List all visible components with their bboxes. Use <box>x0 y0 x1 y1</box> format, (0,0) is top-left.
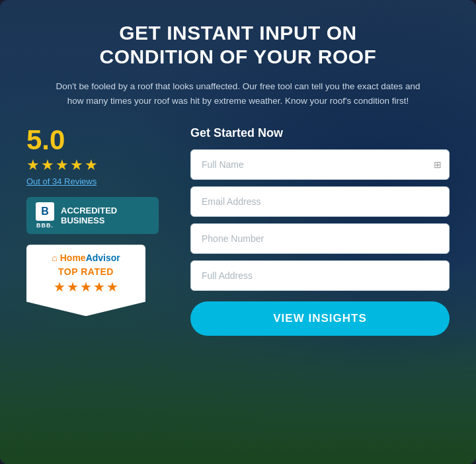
ha-star-2: ★ <box>67 279 79 295</box>
ha-star-3: ★ <box>80 279 92 295</box>
bbb-badge: B BBB. ACCREDITED BUSINESS <box>26 197 159 234</box>
ha-stars: ★ ★ ★ ★ ★ <box>54 279 118 295</box>
address-input[interactable] <box>190 260 450 291</box>
subtext: Don't be fooled by a roof that looks una… <box>53 79 423 108</box>
stars-row: ★ ★ ★ ★ ★ <box>26 157 98 174</box>
rating-score: 5.0 <box>26 126 65 154</box>
bbb-symbol: B <box>36 202 54 221</box>
rating-block: 5.0 ★ ★ ★ ★ ★ Out of 34 Reviews <box>26 126 98 186</box>
left-column: 5.0 ★ ★ ★ ★ ★ Out of 34 Reviews B BBB. <box>26 126 172 316</box>
phone-wrapper <box>190 223 450 254</box>
full-name-wrapper: ⊞ <box>190 149 450 180</box>
ha-star-4: ★ <box>93 279 105 295</box>
bbb-label: ACCREDITED BUSINESS <box>61 206 117 226</box>
email-wrapper <box>190 186 450 217</box>
star-2: ★ <box>41 157 54 174</box>
phone-input[interactable] <box>190 223 450 254</box>
full-name-input[interactable] <box>190 149 450 180</box>
address-wrapper <box>190 260 450 291</box>
ha-star-1: ★ <box>54 279 65 295</box>
homeadvisor-badge: ⌂ HomeAdvisor TOP RATED ★ ★ ★ ★ ★ <box>26 245 145 316</box>
headline: GET INSTANT INPUT ON CONDITION OF YOUR R… <box>26 21 450 69</box>
name-icon: ⊞ <box>434 159 442 170</box>
address-group <box>190 260 450 291</box>
star-3: ★ <box>56 157 69 174</box>
full-name-group: ⊞ <box>190 149 450 180</box>
bbb-logo: B BBB. <box>36 202 54 229</box>
star-4: ★ <box>70 157 83 174</box>
ha-home-icon: ⌂ <box>52 252 57 263</box>
form-section: Get Started Now ⊞ <box>190 126 450 336</box>
bbb-dots: BBB. <box>36 222 54 229</box>
ha-home-label: HomeAdvisor <box>60 252 120 263</box>
ha-star-5: ★ <box>106 279 118 295</box>
main-card: GET INSTANT INPUT ON CONDITION OF YOUR R… <box>0 0 476 464</box>
star-1: ★ <box>26 157 40 174</box>
reviews-link[interactable]: Out of 34 Reviews <box>26 176 97 186</box>
star-5: ★ <box>85 157 98 174</box>
lower-section: 5.0 ★ ★ ★ ★ ★ Out of 34 Reviews B BBB. <box>26 126 450 336</box>
email-group <box>190 186 450 217</box>
ha-top-rated: TOP RATED <box>58 267 114 276</box>
phone-group <box>190 223 450 254</box>
form-title: Get Started Now <box>190 126 450 140</box>
ha-header: ⌂ HomeAdvisor <box>52 252 120 263</box>
email-input[interactable] <box>190 186 450 217</box>
submit-button[interactable]: VIEW INSIGHTS <box>190 301 450 336</box>
